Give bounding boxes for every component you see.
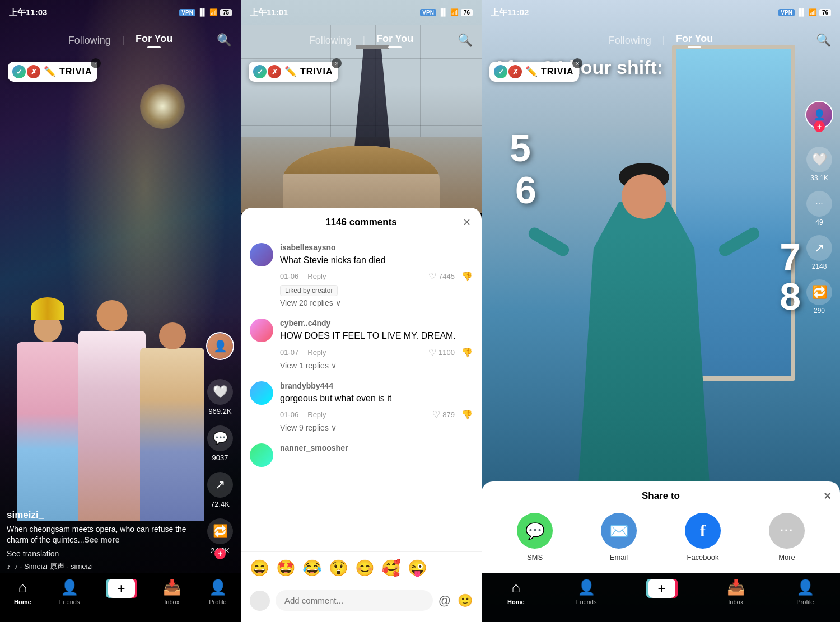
p3-creator-avatar[interactable]: 👤 + (805, 101, 833, 129)
comment-icon[interactable]: 💬 (207, 425, 233, 451)
email-icon[interactable]: ✉️ (601, 513, 637, 549)
p3-comment-action[interactable]: ··· 49 (806, 191, 832, 226)
panel2-trivia-label[interactable]: TRIVIA (300, 67, 333, 77)
panel1-foryou-tab[interactable]: For You (136, 31, 172, 50)
f3-body (140, 348, 204, 521)
share-more[interactable]: ··· More (769, 513, 805, 562)
comment-1-likes[interactable]: ♡ 7445 👎 (428, 271, 473, 282)
panel1-translation[interactable]: See translation (7, 549, 202, 558)
emoji-smile[interactable]: 😊 (355, 559, 375, 577)
emoji-wink[interactable]: 😜 (408, 559, 427, 577)
panel1-trivia-badge[interactable]: × ✓ ✗ ✏️ TRIVIA (8, 62, 97, 82)
panel2-battery: 76 (461, 9, 473, 16)
comment-3-username[interactable]: brandybby444 (280, 381, 473, 390)
p3-tab-friends[interactable]: 👤 Friends (576, 579, 597, 605)
emoji-love[interactable]: 🥰 (381, 559, 401, 577)
p3-follow-button[interactable]: + (814, 121, 825, 132)
panel1-username[interactable]: simeizi_ (7, 509, 202, 521)
panel2-trivia-badge[interactable]: × ✓ ✗ ✏️ TRIVIA (249, 62, 338, 82)
sms-icon[interactable]: 💬 (517, 513, 553, 549)
p3-add-icon[interactable]: + (648, 579, 675, 598)
comment-2-avatar[interactable] (250, 319, 273, 342)
p3-share-action[interactable]: ↗ 2148 (806, 235, 832, 270)
tab-friends[interactable]: 👤 Friends (59, 579, 80, 605)
comment-3-reply-button[interactable]: Reply (307, 410, 326, 419)
p3-comment-icon[interactable]: ··· (806, 191, 832, 217)
p3-tab-home[interactable]: ⌂ Home (507, 579, 525, 605)
add-button[interactable]: + (108, 579, 135, 598)
tab-inbox[interactable]: 📥 Inbox (163, 579, 181, 605)
panel2-following-tab[interactable]: Following (309, 32, 352, 49)
emoji-grin[interactable]: 😄 (250, 559, 269, 577)
bookmark-icon[interactable]: 🔁 (207, 518, 233, 544)
comment-3-likes[interactable]: ♡ 879 👎 (432, 409, 473, 420)
p3-avatar-action[interactable]: 👤 + (805, 101, 833, 129)
comments-close-button[interactable]: × (463, 215, 470, 230)
mention-icon[interactable]: @ (438, 593, 451, 608)
panel1-nav-divider: | (122, 35, 124, 45)
comment-3-dislike-icon[interactable]: 👎 (461, 409, 473, 420)
panel1-like-action[interactable]: 🤍 969.2K (207, 379, 233, 415)
person-body (560, 202, 728, 510)
panel1-trivia-label[interactable]: TRIVIA (59, 67, 92, 77)
liked-by-creator-badge: Liked by creator (280, 285, 473, 295)
p3-add-button[interactable]: + (648, 579, 675, 598)
p3-share-icon[interactable]: ↗ (806, 235, 832, 261)
share-close-button[interactable]: × (824, 489, 831, 503)
panel2-foryou-tab[interactable]: For You (376, 31, 413, 50)
like-icon[interactable]: 🤍 (207, 379, 233, 405)
p3-tab-inbox[interactable]: 📥 Inbox (727, 579, 745, 605)
panel3-foryou-tab[interactable]: For You (676, 31, 713, 50)
comment-4-avatar[interactable] (250, 443, 273, 467)
share-icon[interactable]: ↗ (207, 472, 233, 498)
emoji-starstruck[interactable]: 🤩 (276, 559, 296, 577)
share-facebook[interactable]: f Facebook (685, 513, 721, 562)
panel1-comment-action[interactable]: 💬 9037 (207, 425, 233, 462)
panel2-search-icon[interactable]: 🔍 (458, 33, 473, 48)
p3-bookmark-action[interactable]: 🔁 290 (806, 279, 832, 315)
panel3-search-icon[interactable]: 🔍 (816, 33, 831, 48)
p3-tab-add[interactable]: + (648, 579, 675, 598)
tab-profile[interactable]: 👤 Profile (209, 579, 227, 605)
emoji-wow[interactable]: 😲 (329, 559, 348, 577)
comment-4-username[interactable]: nanner_smoosher (280, 443, 473, 452)
comment-3-view-replies[interactable]: View 9 replies ∨ (280, 423, 473, 432)
p3-bookmark-icon[interactable]: 🔁 (806, 279, 832, 305)
emoji-laugh[interactable]: 😂 (302, 559, 322, 577)
comment-2-reply-button[interactable]: Reply (307, 348, 326, 357)
comment-1-view-replies[interactable]: View 20 replies ∨ (280, 298, 473, 307)
comment-1-reply-button[interactable]: Reply (307, 272, 326, 280)
comment-1-username[interactable]: isabellesaysno (280, 243, 473, 252)
dislike-icon[interactable]: 👎 (461, 271, 473, 282)
comment-3-avatar[interactable] (250, 381, 273, 405)
panel3-trivia-label[interactable]: TRIVIA (541, 67, 573, 77)
p3-like-action[interactable]: 🤍 33.1K (806, 147, 832, 182)
panel-1: 上午11:03 VPN ▐▌ 📶 75 Following | For You … (0, 0, 241, 622)
add-icon[interactable]: + (108, 579, 135, 598)
comment-1-avatar[interactable] (250, 243, 273, 266)
panel1-following-tab[interactable]: Following (68, 32, 111, 49)
p3-like-icon[interactable]: 🤍 (806, 147, 832, 172)
share-email[interactable]: ✉️ Email (601, 513, 637, 562)
panel1-avatar-action[interactable]: 👤 + (206, 332, 234, 360)
tab-home[interactable]: ⌂ Home (14, 579, 31, 605)
comment-2-dislike-icon[interactable]: 👎 (461, 347, 473, 358)
panel1-see-more[interactable]: See more (85, 535, 120, 544)
panel1-share-action[interactable]: ↗ 72.4K (207, 472, 233, 508)
facebook-icon[interactable]: f (685, 513, 721, 549)
follow-button[interactable]: + (214, 548, 226, 559)
panel1-search-icon[interactable]: 🔍 (217, 33, 232, 48)
creator-avatar[interactable]: 👤 (206, 332, 234, 360)
emoji-picker-icon[interactable]: 🙂 (458, 593, 473, 608)
p3-tab-profile[interactable]: 👤 Profile (796, 579, 814, 605)
tab-add[interactable]: + (108, 579, 135, 598)
comment-2-view-replies[interactable]: View 1 replies ∨ (280, 361, 473, 370)
comment-2-likes[interactable]: ♡ 1100 👎 (428, 347, 473, 358)
comment-input-field[interactable] (276, 590, 433, 611)
panel3-battery: 76 (819, 9, 831, 16)
more-icon[interactable]: ··· (769, 513, 805, 549)
comment-2-username[interactable]: cyberr..c4ndy (280, 319, 473, 328)
share-sms[interactable]: 💬 SMS (517, 513, 553, 562)
panel3-trivia-badge[interactable]: × ✓ ✗ ✏️ TRIVIA (489, 62, 579, 82)
panel3-following-tab[interactable]: Following (609, 32, 651, 49)
